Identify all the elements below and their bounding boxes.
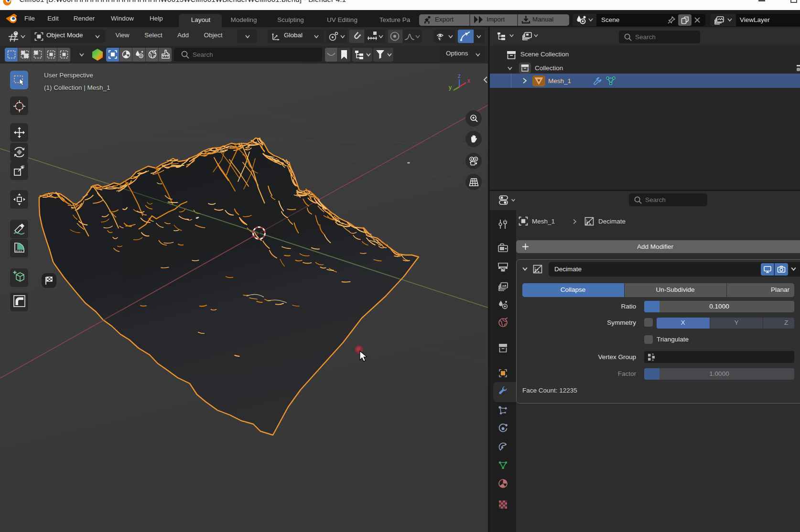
svg-text:x: x [467,77,470,84]
svg-text:y: y [449,84,452,91]
svg-text:z: z [458,73,461,79]
